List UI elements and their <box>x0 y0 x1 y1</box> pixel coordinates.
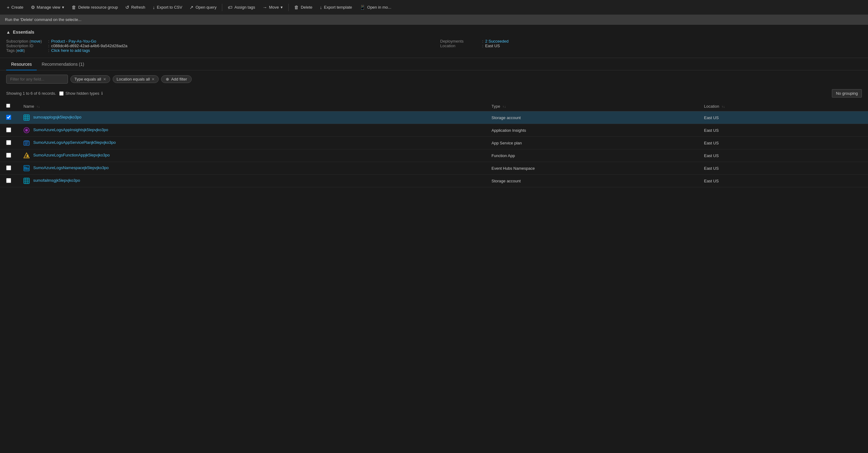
row-checkbox[interactable] <box>6 140 11 145</box>
row-type-value: Application Insights <box>491 128 526 133</box>
location-filter-tag[interactable]: Location equals all ✕ <box>113 75 159 83</box>
resource-name-link[interactable]: SumoAzureLogsNamespacejk5lepvjko3po <box>33 165 108 170</box>
row-checkbox-cell <box>0 175 17 187</box>
location-row: Location : East US <box>440 43 862 48</box>
edit-tags-link[interactable]: edit <box>17 48 24 53</box>
plus-icon: + <box>7 5 9 10</box>
row-checkbox[interactable] <box>6 153 11 158</box>
row-type-value: Storage account <box>491 179 521 183</box>
collapse-icon[interactable]: ▲ <box>6 30 10 35</box>
row-checkbox[interactable] <box>6 115 11 120</box>
delete-icon: 🗑 <box>294 5 299 10</box>
row-checkbox[interactable] <box>6 165 11 170</box>
row-location-value: East US <box>704 141 719 145</box>
type-sort-icon[interactable]: ↑↓ <box>502 105 506 108</box>
add-filter-button[interactable]: ⊕ Add filter <box>161 75 191 83</box>
move-icon: → <box>263 5 267 10</box>
show-hidden-checkbox[interactable] <box>59 91 64 96</box>
add-tags-link[interactable]: Click here to add tags <box>51 48 90 53</box>
table-row: SumoAzureLogsAppServicePlanjk5lepvjko3po… <box>0 137 868 149</box>
resource-name-link[interactable]: SumoAzureLogsAppServicePlanjk5lepvjko3po <box>33 140 116 145</box>
table-row: ⚡ SumoAzureLogsFunctionAppjk5lepvjko3po … <box>0 149 868 162</box>
tab-recommendations[interactable]: Recommendations (1) <box>37 58 89 70</box>
chevron-down-icon: ▾ <box>62 5 64 9</box>
resource-name-link[interactable]: SumoAzureLogsFunctionAppjk5lepvjko3po <box>33 153 110 157</box>
gear-icon: ⚙ <box>31 5 35 10</box>
export-icon: ↓ <box>320 5 322 10</box>
location-filter-close[interactable]: ✕ <box>152 77 155 82</box>
svg-rect-21 <box>28 168 29 170</box>
row-type-cell: Storage account <box>485 111 698 124</box>
resource-icon: ⚡ <box>24 153 30 159</box>
row-type-cell: App Service plan <box>485 137 698 149</box>
row-name-cell: sumofailmsgjk5lepvjko3po <box>17 175 485 187</box>
name-sort-icon[interactable]: ↑↓ <box>36 105 40 108</box>
row-location-cell: East US <box>698 175 868 187</box>
divider <box>288 4 289 11</box>
tooltip-bar: Run the 'Delete' command on the selecte.… <box>0 15 868 25</box>
row-type-value: App Service plan <box>491 141 522 145</box>
table-row: sumoapplogsjk5lepvjko3po Storage account… <box>0 111 868 124</box>
chevron-down-icon: ▾ <box>281 5 283 9</box>
divider <box>222 4 222 11</box>
essentials-section: ▲ Essentials Subscription (move) : Produ… <box>0 25 868 58</box>
delete-rg-button[interactable]: 🗑 Delete resource group <box>68 3 121 12</box>
tab-resources[interactable]: Resources <box>6 58 37 70</box>
type-filter-close[interactable]: ✕ <box>103 77 106 82</box>
row-type-cell: Storage account <box>485 175 698 187</box>
move-button[interactable]: → Move ▾ <box>259 3 286 12</box>
subscription-id-row: Subscription ID : c088dc46-d692-42ad-a4b… <box>6 43 428 48</box>
row-checkbox[interactable] <box>6 127 11 132</box>
location-sort-icon[interactable]: ↑↓ <box>722 105 725 108</box>
deployments-value[interactable]: 2 Succeeded <box>485 39 509 43</box>
row-location-value: East US <box>704 179 719 183</box>
type-filter-tag[interactable]: Type equals all ✕ <box>70 75 110 83</box>
resource-icon <box>24 140 30 146</box>
header-name: Name ↑↓ <box>17 101 485 111</box>
row-name-cell: SumoAzureLogsAppServicePlanjk5lepvjko3po <box>17 137 485 149</box>
export-template-button[interactable]: ↓ Export template <box>317 3 355 12</box>
svg-rect-22 <box>24 178 29 184</box>
subscription-value[interactable]: Product - Pay-As-You-Go <box>51 39 96 43</box>
resource-name-link[interactable]: sumofailmsgjk5lepvjko3po <box>33 178 80 183</box>
subscription-row: Subscription (move) : Product - Pay-As-Y… <box>6 39 428 43</box>
show-hidden-types: Show hidden types ℹ <box>59 91 103 96</box>
resource-icon <box>24 178 30 184</box>
query-icon: ↗ <box>189 5 193 10</box>
open-query-button[interactable]: ↗ Open query <box>186 3 219 12</box>
location-value: East US <box>485 43 500 48</box>
essentials-grid: Subscription (move) : Product - Pay-As-Y… <box>6 39 862 53</box>
table-header-row: Name ↑↓ Type ↑↓ Location ↑↓ <box>0 101 868 111</box>
essentials-left: Subscription (move) : Product - Pay-As-Y… <box>6 39 428 53</box>
row-type-value: Storage account <box>491 116 521 120</box>
export-csv-button[interactable]: ↓ Export to CSV <box>150 3 186 12</box>
svg-rect-19 <box>24 167 26 170</box>
open-mobile-button[interactable]: 📱 Open in mo... <box>356 3 395 12</box>
info-icon[interactable]: ℹ <box>101 91 103 96</box>
assign-tags-button[interactable]: 🏷 Assign tags <box>225 3 258 12</box>
essentials-right: Deployments : 2 Succeeded Location : Eas… <box>440 39 862 53</box>
row-checkbox-cell <box>0 162 17 175</box>
row-type-value: Function App <box>491 153 515 158</box>
refresh-button[interactable]: ↺ Refresh <box>122 3 149 12</box>
row-checkbox[interactable] <box>6 178 11 183</box>
select-all-checkbox[interactable] <box>6 104 10 108</box>
resource-name-link[interactable]: sumoapplogsjk5lepvjko3po <box>33 115 82 120</box>
no-grouping-button[interactable]: No grouping <box>832 89 862 98</box>
create-button[interactable]: + Create <box>4 3 27 12</box>
search-input[interactable] <box>6 75 68 84</box>
delete-button[interactable]: 🗑 Delete <box>291 3 315 12</box>
mobile-icon: 📱 <box>360 5 366 10</box>
svg-rect-11 <box>24 140 29 142</box>
records-summary: Showing 1 to 6 of 6 records. Show hidden… <box>6 91 103 96</box>
trash-icon: 🗑 <box>72 5 76 10</box>
svg-point-8 <box>25 129 28 131</box>
toolbar: + Create ⚙ Manage view ▾ 🗑 Delete resour… <box>0 0 868 15</box>
move-link[interactable]: move <box>31 39 40 43</box>
row-checkbox-cell <box>0 137 17 149</box>
row-location-cell: East US <box>698 111 868 124</box>
row-checkbox-cell <box>0 111 17 124</box>
manage-view-button[interactable]: ⚙ Manage view ▾ <box>28 3 68 12</box>
row-checkbox-cell <box>0 124 17 137</box>
resource-name-link[interactable]: SumoAzureLogsAppInsightsjk5lepvjko3po <box>33 127 108 132</box>
